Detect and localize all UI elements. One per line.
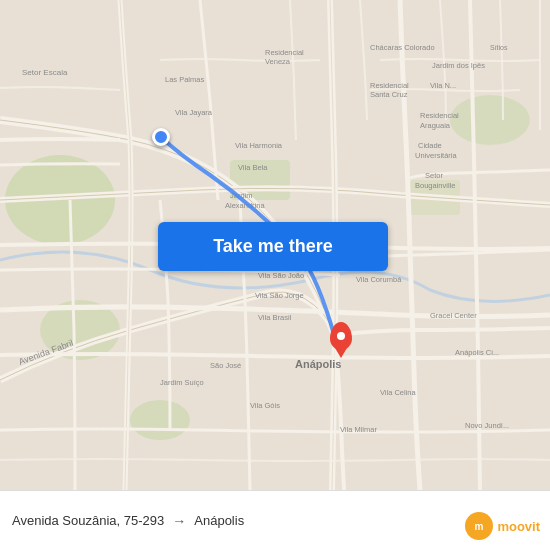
svg-text:Universitária: Universitária [415,151,458,160]
svg-text:Vila N...: Vila N... [430,81,456,90]
svg-text:Anápolis Ci...: Anápolis Ci... [455,348,499,357]
svg-text:Vila Milmar: Vila Milmar [340,425,377,434]
origin-marker [152,128,170,146]
moovit-icon: m [465,512,493,540]
map-container: Setor Escala Las Palmas Residencial Vene… [0,0,550,490]
svg-text:Santa Cruz: Santa Cruz [370,90,408,99]
svg-point-2 [130,400,190,440]
svg-text:Vila São Jorge: Vila São Jorge [255,291,304,300]
svg-text:Jardim dos Ipês: Jardim dos Ipês [432,61,485,70]
svg-text:Vila Brasil: Vila Brasil [258,313,292,322]
svg-text:Vila Harmonia: Vila Harmonia [235,141,283,150]
bottom-bar: Avenida Souzânia, 75-293 → Anápolis m mo… [0,490,550,550]
svg-text:Setor: Setor [425,171,443,180]
svg-text:Las Palmas: Las Palmas [165,75,204,84]
svg-text:Anápolis: Anápolis [295,358,341,370]
svg-text:Jardim: Jardim [230,191,253,200]
arrow-icon: → [172,513,186,529]
svg-text:Vila São João: Vila São João [258,271,304,280]
svg-text:Bougainville: Bougainville [415,181,455,190]
svg-point-5 [450,95,530,145]
moovit-brand-text: moovit [497,519,540,534]
take-me-there-button[interactable]: Take me there [158,222,388,271]
svg-text:Alexandrina: Alexandrina [225,201,265,210]
route-info: Avenida Souzânia, 75-293 → Anápolis [12,513,538,529]
svg-text:Cidade: Cidade [418,141,442,150]
svg-text:São José: São José [210,361,241,370]
destination-marker [330,322,352,350]
svg-text:Vila Góis: Vila Góis [250,401,280,410]
svg-text:Vila Jayara: Vila Jayara [175,108,213,117]
svg-text:Setor Escala: Setor Escala [22,68,68,77]
svg-text:Sítios: Sítios [490,44,508,51]
svg-text:Vila Celina: Vila Celina [380,388,417,397]
svg-text:Vila Bela: Vila Bela [238,163,268,172]
svg-text:Residencial: Residencial [420,111,459,120]
svg-text:Gracel Center: Gracel Center [430,311,477,320]
svg-text:Araguaia: Araguaia [420,121,451,130]
svg-text:m: m [475,521,484,532]
svg-text:Residencial: Residencial [265,48,304,57]
svg-text:Chácaras Colorado: Chácaras Colorado [370,43,435,52]
svg-text:Novo Jundí...: Novo Jundí... [465,421,509,430]
destination-label: Anápolis [194,513,244,528]
svg-text:Jardim Suíço: Jardim Suíço [160,378,204,387]
svg-text:Residencial: Residencial [370,81,409,90]
svg-text:Vila Corumbá: Vila Corumbá [356,275,402,284]
moovit-logo: m moovit [465,512,540,540]
svg-text:Veneza: Veneza [265,57,291,66]
origin-label: Avenida Souzânia, 75-293 [12,513,164,528]
